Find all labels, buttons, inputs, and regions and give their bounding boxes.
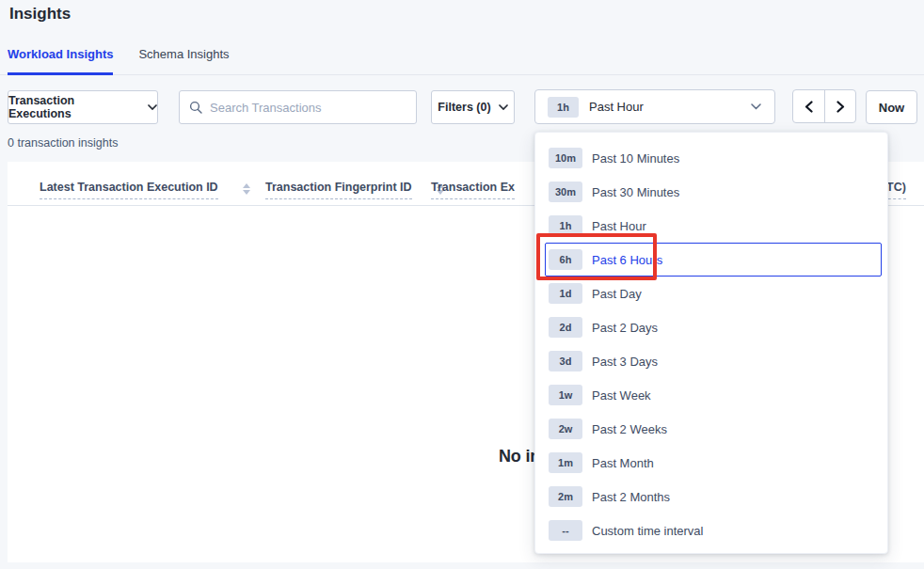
chevron-left-icon [804,101,814,113]
time-option-label: Past 6 Hours [592,253,662,267]
time-option-badge: 2m [549,486,582,507]
filters-label: Filters (0) [438,101,490,114]
page-title: Insights [9,5,71,24]
time-interval-menu: 10m Past 10 Minutes 30m Past 30 Minutes … [534,132,888,554]
time-option-label: Past Day [592,287,642,301]
transaction-type-dropdown[interactable]: Transaction Executions [8,90,158,124]
sort-icon [243,183,250,195]
search-box[interactable] [179,90,417,124]
time-interval-badge: 1h [548,97,579,118]
time-next-button[interactable] [824,90,855,122]
time-option-badge: 2d [549,317,582,338]
chevron-down-icon [751,103,761,110]
now-label: Now [879,101,904,115]
time-option-past-3-days[interactable]: 3d Past 3 Days [545,344,882,378]
time-option-label: Past Month [592,456,654,470]
transaction-type-label: Transaction Executions [8,94,140,120]
filters-dropdown[interactable]: Filters (0) [431,90,515,124]
time-option-label: Past 2 Days [592,321,658,335]
chevron-right-icon [836,101,846,113]
time-option-past-2-months[interactable]: 2m Past 2 Months [545,480,882,514]
tab-bar: Workload Insights Schema Insights [0,47,924,75]
time-option-past-week[interactable]: 1w Past Week [545,378,882,412]
time-option-past-2-days[interactable]: 2d Past 2 Days [545,310,882,344]
column-label: Transaction Fingerprint ID [265,181,412,199]
time-option-label: Past 30 Minutes [592,185,679,199]
column-header-transaction-fingerprint-id[interactable]: Transaction Fingerprint ID [265,181,444,199]
search-input[interactable] [210,101,406,115]
time-option-past-2-weeks[interactable]: 2w Past 2 Weeks [545,412,882,446]
time-option-past-day[interactable]: 1d Past Day [545,277,882,310]
tab-schema-insights[interactable]: Schema Insights [138,47,229,74]
time-option-badge: 10m [549,148,582,168]
time-option-past-month[interactable]: 1m Past Month [545,446,882,480]
time-option-past-30-minutes[interactable]: 30m Past 30 Minutes [545,175,882,209]
time-option-badge: 30m [549,182,582,202]
time-interval-picker[interactable]: 1h Past Hour [534,89,775,124]
time-interval-label: Past Hour [589,100,741,114]
time-option-label: Past 3 Days [592,355,658,369]
column-label: Transaction Ex [431,181,515,199]
column-label: Latest Transaction Execution ID [40,181,218,199]
column-header-transaction-execution[interactable]: Transaction Ex [431,181,515,199]
time-option-badge: 2w [549,419,582,439]
time-option-past-hour[interactable]: 1h Past Hour [545,209,882,243]
chevron-down-icon [148,104,157,110]
time-option-label: Custom time interval [592,524,703,538]
time-option-badge: 1w [549,385,582,405]
time-option-past-10-minutes[interactable]: 10m Past 10 Minutes [545,141,882,175]
time-prev-button[interactable] [793,90,824,122]
search-icon [189,101,202,114]
time-option-label: Past 2 Months [592,490,670,504]
tab-workload-insights[interactable]: Workload Insights [8,47,113,75]
insights-count: 0 transaction insights [8,136,118,150]
time-option-badge: 1d [549,283,582,304]
chevron-down-icon [499,104,508,110]
time-option-label: Past Hour [592,219,646,233]
column-header-latest-transaction-execution-id[interactable]: Latest Transaction Execution ID [40,181,250,199]
time-option-badge: 1m [549,452,582,473]
time-option-custom-time-interval[interactable]: -- Custom time interval [545,514,882,547]
time-option-badge: -- [549,520,582,541]
time-option-badge: 1h [549,215,582,236]
time-option-past-6-hours[interactable]: 6h Past 6 Hours [545,243,882,277]
time-option-label: Past Week [592,388,651,403]
now-button[interactable]: Now [866,90,917,124]
time-option-badge: 6h [549,249,582,270]
time-range-arrows [792,89,856,123]
time-option-badge: 3d [549,351,582,371]
time-option-label: Past 10 Minutes [592,151,679,166]
time-option-label: Past 2 Weeks [592,422,667,436]
